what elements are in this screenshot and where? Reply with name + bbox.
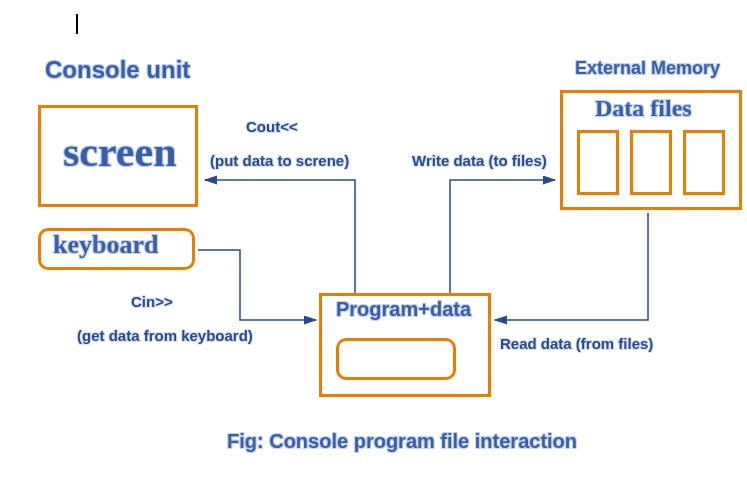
internal-memory-box bbox=[336, 338, 456, 380]
cin-sub-label: (get data from keyboard) bbox=[77, 327, 253, 344]
external-memory-title: External Memory bbox=[575, 58, 720, 79]
cin-label: Cin>> bbox=[131, 293, 173, 310]
screen-label: screen bbox=[63, 128, 177, 176]
figure-caption: Fig: Console program file interaction bbox=[227, 430, 577, 453]
cout-label: Cout<< bbox=[246, 118, 298, 135]
console-unit-title: Console unit bbox=[45, 56, 190, 84]
file-1 bbox=[577, 130, 619, 195]
keyboard-label: keyboard bbox=[53, 230, 158, 260]
cout-sub-label: (put data to screne) bbox=[210, 152, 349, 169]
read-label: Read data (from files) bbox=[500, 335, 653, 352]
data-files-title: Data files bbox=[595, 95, 692, 122]
file-2 bbox=[630, 130, 672, 195]
file-3 bbox=[683, 130, 725, 195]
text-cursor bbox=[76, 14, 78, 34]
program-title: Program+data bbox=[336, 298, 471, 321]
write-label: Write data (to files) bbox=[412, 152, 547, 169]
